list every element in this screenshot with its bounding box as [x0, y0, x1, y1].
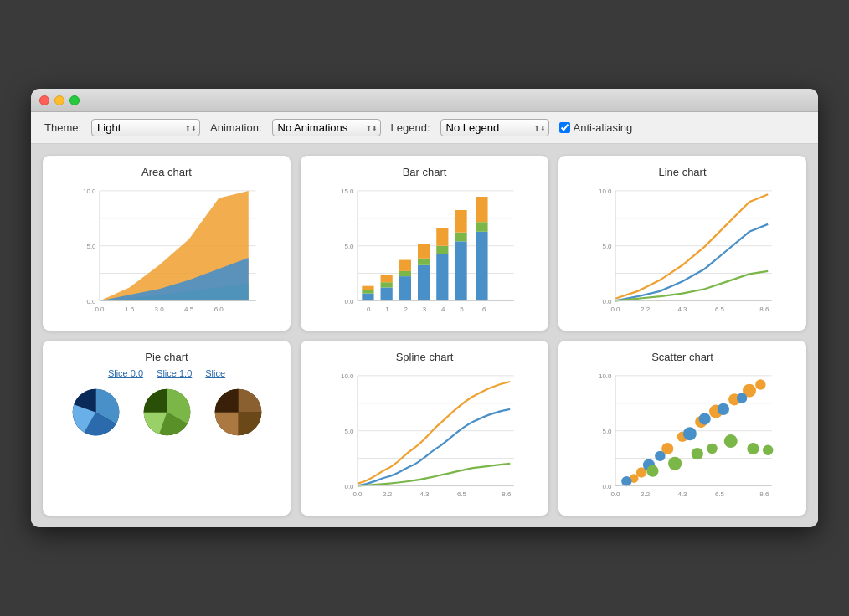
svg-rect-40: [399, 271, 411, 276]
animation-select-wrapper: No Animations Simple Fancy: [272, 119, 381, 136]
svg-rect-53: [476, 197, 487, 222]
svg-point-120: [692, 448, 703, 459]
pie-labels: Slice 0:0 Slice 1:0 Slice: [108, 368, 225, 378]
pie-1: [140, 385, 194, 439]
svg-rect-35: [362, 286, 373, 290]
svg-point-111: [621, 476, 631, 486]
svg-text:0.0: 0.0: [86, 298, 96, 305]
theme-label: Theme:: [44, 121, 81, 134]
legend-select[interactable]: No Legend Top Bottom Left Right: [440, 119, 549, 136]
svg-rect-36: [381, 287, 393, 300]
scatter-chart-card: Scatter chart 10.0 5.0 0.0 0.0 2.2 4: [558, 341, 806, 516]
svg-text:10.0: 10.0: [599, 372, 612, 380]
svg-rect-33: [362, 294, 373, 301]
svg-text:5.0: 5.0: [344, 428, 354, 435]
svg-rect-52: [476, 222, 487, 232]
svg-rect-43: [418, 259, 430, 265]
svg-rect-46: [436, 246, 448, 254]
svg-text:8.6: 8.6: [759, 490, 769, 498]
charts-grid: Area chart 10.0 5.0 0.0 0.0 1.5 3.0: [31, 144, 818, 527]
svg-text:0.0: 0.0: [610, 490, 620, 498]
svg-text:4: 4: [441, 305, 445, 313]
pie-chart-title: Pie chart: [145, 351, 188, 363]
svg-text:0.0: 0.0: [352, 490, 363, 498]
bar-chart-title: Bar chart: [403, 166, 447, 178]
minimize-button[interactable]: [54, 95, 64, 105]
antialiasing-checkbox[interactable]: [559, 122, 570, 133]
svg-text:8.6: 8.6: [759, 305, 769, 313]
svg-point-119: [668, 457, 682, 470]
spline-chart-card: Spline chart 10.0 5.0 0.0 0.0 2.2 4.: [301, 341, 548, 516]
svg-point-110: [755, 379, 765, 389]
pie-chart-card: Pie chart Slice 0:0 Slice 1:0 Slice: [43, 341, 291, 516]
bar-chart: 15.0 5.0 0.0 0 1 2 3 4 5 6: [311, 183, 538, 321]
svg-text:5.0: 5.0: [344, 243, 354, 250]
svg-text:6.5: 6.5: [715, 490, 725, 498]
scatter-chart: 10.0 5.0 0.0 0.0 2.2 4.3 6.5 8.6: [569, 368, 796, 506]
pie-label-2[interactable]: Slice: [205, 368, 225, 378]
svg-point-114: [683, 427, 697, 440]
svg-text:4.3: 4.3: [419, 490, 430, 498]
traffic-lights: [39, 95, 80, 105]
theme-select[interactable]: Light Dark Blue: [91, 119, 200, 136]
svg-text:3: 3: [423, 305, 427, 313]
svg-rect-51: [476, 232, 487, 301]
svg-rect-38: [381, 275, 393, 282]
line-chart-card: Line chart 10.0 5.0 0.0 0.0 2.2 4.3: [558, 156, 806, 331]
svg-text:5: 5: [460, 305, 464, 313]
svg-text:2.2: 2.2: [641, 490, 651, 498]
animation-label: Animation:: [210, 121, 261, 134]
close-button[interactable]: [39, 95, 49, 105]
svg-text:10.0: 10.0: [83, 187, 96, 195]
theme-select-wrapper: Light Dark Blue: [91, 119, 200, 136]
svg-point-122: [724, 434, 738, 448]
svg-text:5.0: 5.0: [602, 428, 612, 435]
antialiasing-group: Anti-aliasing: [559, 121, 633, 134]
svg-point-116: [718, 403, 729, 415]
svg-rect-44: [418, 244, 430, 259]
antialiasing-label[interactable]: Anti-aliasing: [574, 121, 633, 134]
svg-text:8.6: 8.6: [502, 490, 512, 498]
area-chart-title: Area chart: [142, 166, 192, 178]
animation-select[interactable]: No Animations Simple Fancy: [272, 119, 381, 136]
bar-chart-card: Bar chart 15.0 5.0 0.0 0 1 2: [301, 156, 548, 331]
pie-label-0[interactable]: Slice 0:0: [108, 368, 143, 378]
svg-text:10.0: 10.0: [341, 372, 354, 380]
svg-text:6.5: 6.5: [457, 490, 467, 498]
pie-0: [69, 385, 123, 439]
svg-rect-37: [381, 282, 393, 287]
pies-row: [69, 385, 265, 439]
area-chart: 10.0 5.0 0.0 0.0 1.5 3.0 4.5 6.0: [53, 183, 280, 321]
svg-text:0.0: 0.0: [344, 483, 354, 490]
svg-rect-47: [436, 228, 448, 245]
svg-text:0.0: 0.0: [344, 298, 354, 305]
pie-label-1[interactable]: Slice 1:0: [157, 368, 192, 378]
svg-rect-45: [436, 254, 448, 300]
scatter-chart-title: Scatter chart: [651, 351, 713, 363]
svg-text:0.0: 0.0: [95, 305, 105, 313]
svg-text:3.0: 3.0: [155, 305, 165, 313]
svg-text:4.5: 4.5: [184, 305, 194, 313]
spline-chart: 10.0 5.0 0.0 0.0 2.2 4.3 6.5 8.6: [311, 368, 538, 506]
svg-text:2.2: 2.2: [383, 490, 393, 498]
svg-rect-50: [455, 210, 466, 233]
spline-chart-title: Spline chart: [396, 351, 454, 363]
svg-text:0.0: 0.0: [602, 298, 612, 305]
svg-text:5.0: 5.0: [602, 243, 612, 250]
pie-2: [211, 385, 265, 439]
svg-point-118: [646, 465, 658, 477]
svg-text:0.0: 0.0: [610, 305, 620, 313]
svg-rect-34: [362, 290, 373, 294]
svg-text:5.0: 5.0: [86, 243, 96, 250]
svg-rect-48: [455, 241, 466, 300]
maximize-button[interactable]: [69, 95, 80, 105]
svg-rect-39: [399, 276, 411, 300]
svg-text:6: 6: [482, 305, 486, 313]
svg-text:4.3: 4.3: [677, 305, 687, 313]
svg-text:1.5: 1.5: [125, 305, 135, 313]
svg-point-121: [707, 444, 717, 454]
svg-text:15.0: 15.0: [341, 187, 354, 195]
svg-point-113: [655, 451, 665, 461]
svg-rect-42: [418, 265, 430, 301]
legend-label: Legend:: [391, 121, 430, 134]
